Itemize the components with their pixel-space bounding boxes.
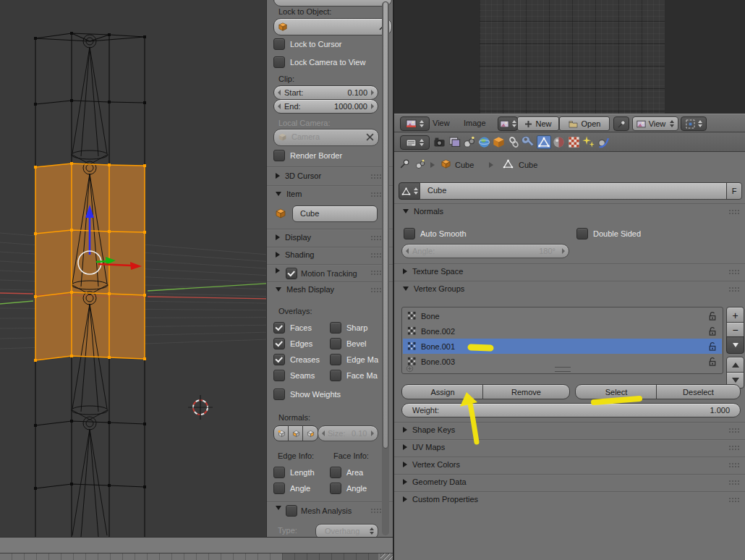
breadcrumb-data-name[interactable]: Cube [519, 161, 537, 170]
pin-icon[interactable] [399, 158, 410, 169]
vertex-group-row[interactable]: Bone.002 [403, 323, 722, 339]
panel-header-vertex-groups[interactable]: Vertex Groups [403, 284, 464, 293]
mesh-analysis-checkbox[interactable] [286, 505, 297, 517]
overlay-sharp-checkbox[interactable] [330, 322, 341, 334]
panel-header-uv-maps[interactable]: UV Maps [403, 443, 445, 451]
tab-render[interactable] [433, 135, 446, 149]
vertex-normals-toggle[interactable] [273, 425, 289, 441]
edge-length-checkbox[interactable] [273, 467, 285, 478]
edge-angle-checkbox[interactable] [273, 483, 285, 494]
list-filter-icon[interactable] [406, 365, 414, 373]
timeline-strip[interactable] [0, 553, 394, 560]
overlay-bevel-checkbox[interactable] [330, 338, 341, 349]
tab-modifiers[interactable] [522, 135, 535, 149]
uv-image-editor[interactable] [394, 0, 745, 114]
menu-image[interactable]: Image [464, 119, 486, 127]
tab-render-layers[interactable] [448, 135, 461, 149]
panel-header-texture-space[interactable]: Texture Space [403, 267, 463, 276]
item-name-field[interactable]: Cube [292, 205, 378, 222]
panel-grip[interactable] [370, 174, 381, 179]
unlock-icon[interactable] [708, 357, 717, 366]
deselect-button[interactable]: Deselect [656, 384, 741, 399]
local-camera-field[interactable]: Camera [273, 129, 379, 146]
mesh-data-icon[interactable] [503, 158, 514, 169]
clip-start-field[interactable]: Start: 0.100 [273, 85, 378, 100]
panel-header-mesh-display[interactable]: Mesh Display [276, 285, 334, 294]
tab-scene[interactable] [462, 135, 476, 149]
cropped-top-field[interactable] [273, 0, 392, 7]
panel-header-shape-keys[interactable]: Shape Keys [403, 425, 455, 434]
panel-header-normals[interactable]: Normals [403, 207, 443, 216]
double-sided-checkbox[interactable] [576, 228, 588, 239]
select-button[interactable]: Select [575, 384, 657, 399]
remove-button[interactable]: Remove [482, 384, 570, 399]
tab-particles[interactable] [582, 135, 595, 149]
unlock-icon[interactable] [708, 311, 717, 321]
3d-viewport[interactable]: Lock to Object: Lock to Cursor Lock Came… [0, 0, 394, 537]
editor-type-dropdown[interactable] [400, 135, 430, 150]
tab-world[interactable] [477, 135, 491, 149]
add-group-button[interactable]: + [726, 307, 744, 323]
face-normals-toggle[interactable] [288, 425, 304, 441]
pin-button[interactable] [613, 116, 629, 131]
face-area-checkbox[interactable] [330, 467, 341, 478]
display-channels-dropdown[interactable] [681, 116, 707, 131]
3d-view-header[interactable] [0, 537, 394, 553]
overlay-faces-checkbox[interactable] [273, 322, 285, 334]
overlay-edge-marks-checkbox[interactable] [330, 354, 341, 365]
overlay-seams-checkbox[interactable] [273, 370, 285, 381]
list-resize-handle[interactable] [555, 367, 571, 372]
panel-grip[interactable] [370, 192, 381, 198]
vertex-group-row[interactable]: Bone [403, 308, 722, 323]
mesh-datablock-dropdown[interactable] [399, 182, 421, 200]
tab-texture[interactable] [567, 135, 581, 149]
tab-object[interactable] [492, 135, 506, 149]
vertex-group-row-active[interactable]: Bone.001 [403, 339, 722, 354]
unlock-icon[interactable] [708, 326, 717, 336]
menu-view[interactable]: View [433, 119, 450, 127]
loop-normals-toggle[interactable] [302, 425, 318, 441]
panel-header-display[interactable]: Display [276, 233, 311, 242]
panel-header-item[interactable]: Item [276, 190, 302, 198]
breadcrumb-object-name[interactable]: Cube [455, 161, 474, 170]
remove-group-button[interactable]: − [726, 322, 744, 338]
tab-constraints[interactable] [507, 135, 521, 149]
overlay-creases-checkbox[interactable] [273, 354, 285, 365]
fake-user-button[interactable]: F [726, 182, 742, 200]
tab-object-data[interactable] [537, 135, 551, 149]
motion-tracking-checkbox[interactable] [286, 268, 297, 279]
object-cube-icon[interactable] [440, 158, 451, 169]
panel-header-custom-properties[interactable]: Custom Properties [403, 495, 478, 504]
normals-size-field[interactable]: Size: 0.10 [318, 425, 378, 441]
unlock-icon[interactable] [708, 341, 717, 351]
datablock-name-field[interactable]: Cube [420, 182, 728, 200]
panel-header-shading[interactable]: Shading [276, 250, 314, 259]
tab-physics[interactable] [597, 135, 610, 149]
clip-end-field[interactable]: End: 1000.000 [273, 99, 378, 114]
type-dropdown[interactable]: Overhang [315, 524, 378, 537]
scrollbar-thumb[interactable] [383, 1, 388, 449]
panel-header-vertex-colors[interactable]: Vertex Colors [403, 460, 460, 469]
overlay-edges-checkbox[interactable] [273, 338, 285, 349]
auto-smooth-angle-slider[interactable]: Angle: 180° [401, 244, 569, 258]
npanel-scrollbar[interactable] [382, 1, 389, 535]
group-specials-dropdown[interactable] [726, 336, 744, 354]
editor-type-dropdown[interactable] [400, 116, 430, 131]
face-angle-checkbox[interactable] [330, 483, 341, 494]
tab-material[interactable] [552, 135, 566, 149]
corner-resize-grip[interactable] [380, 553, 393, 560]
lock-to-cursor-checkbox[interactable] [273, 38, 285, 50]
weight-slider[interactable]: Weight: 1.000 [401, 403, 741, 417]
lock-object-field[interactable] [273, 18, 392, 35]
scene-icon[interactable] [414, 158, 426, 170]
move-group-up-button[interactable] [726, 357, 744, 373]
assign-button[interactable]: Assign [401, 384, 484, 399]
panel-header-mesh-analysis[interactable] [276, 506, 281, 510]
panel-header-motion-tracking[interactable] [276, 268, 280, 273]
image-browse-dropdown[interactable] [498, 116, 518, 131]
clear-x-icon[interactable] [366, 133, 374, 141]
lock-camera-checkbox[interactable] [273, 56, 285, 68]
new-image-button[interactable]: New [517, 116, 559, 131]
panel-header-geometry-data[interactable]: Geometry Data [403, 478, 467, 486]
open-image-button[interactable]: Open [559, 116, 610, 131]
